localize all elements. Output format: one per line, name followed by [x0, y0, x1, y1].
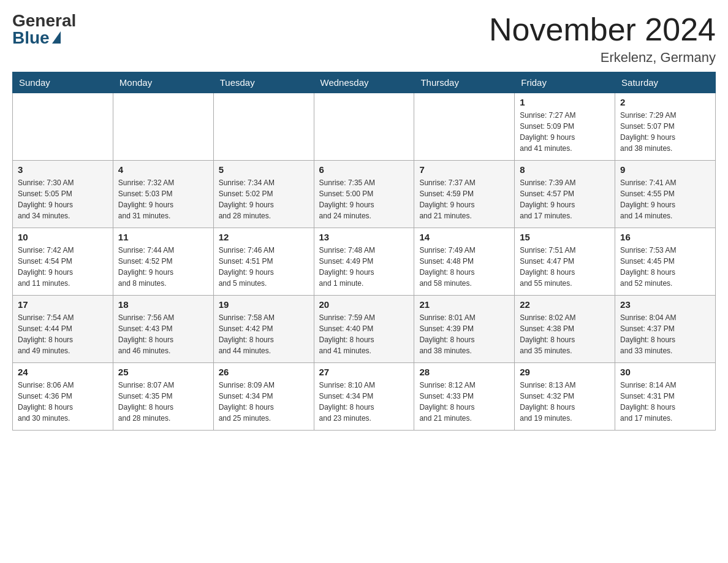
day-info: Sunrise: 7:48 AMSunset: 4:49 PMDaylight:…: [319, 245, 409, 289]
calendar-cell: 28Sunrise: 8:12 AMSunset: 4:33 PMDayligh…: [414, 363, 515, 431]
calendar-cell: 22Sunrise: 8:02 AMSunset: 4:38 PMDayligh…: [515, 296, 615, 363]
day-number: 13: [319, 232, 409, 242]
calendar-header-wednesday: Wednesday: [314, 72, 414, 93]
day-number: 18: [118, 299, 208, 310]
day-info: Sunrise: 7:37 AMSunset: 4:59 PMDaylight:…: [419, 177, 509, 221]
page-header: General Blue November 2024 Erkelenz, Ger…: [12, 12, 716, 66]
day-number: 5: [219, 164, 309, 175]
day-info: Sunrise: 8:04 AMSunset: 4:37 PMDaylight:…: [620, 312, 710, 356]
calendar-cell: 14Sunrise: 7:49 AMSunset: 4:48 PMDayligh…: [414, 228, 515, 296]
calendar-cell: 4Sunrise: 7:32 AMSunset: 5:03 PMDaylight…: [113, 161, 213, 228]
calendar-cell: [113, 93, 213, 161]
day-number: 7: [419, 164, 509, 175]
day-info: Sunrise: 7:49 AMSunset: 4:48 PMDaylight:…: [419, 245, 509, 289]
calendar-header-friday: Friday: [515, 72, 615, 93]
day-number: 16: [620, 232, 710, 242]
calendar-cell: 24Sunrise: 8:06 AMSunset: 4:36 PMDayligh…: [13, 363, 113, 431]
logo-general-text: General: [12, 12, 76, 29]
calendar-header-monday: Monday: [113, 72, 213, 93]
day-number: 15: [520, 232, 610, 242]
day-number: 21: [419, 299, 509, 310]
day-info: Sunrise: 8:14 AMSunset: 4:31 PMDaylight:…: [620, 380, 710, 424]
calendar-cell: 7Sunrise: 7:37 AMSunset: 4:59 PMDaylight…: [414, 161, 515, 228]
day-info: Sunrise: 8:07 AMSunset: 4:35 PMDaylight:…: [118, 380, 208, 424]
day-number: 29: [520, 367, 610, 377]
day-number: 3: [18, 164, 108, 175]
day-info: Sunrise: 7:27 AMSunset: 5:09 PMDaylight:…: [520, 110, 610, 154]
calendar-cell: [213, 93, 314, 161]
day-number: 14: [419, 232, 509, 242]
day-number: 22: [520, 299, 610, 310]
calendar-week-row: 24Sunrise: 8:06 AMSunset: 4:36 PMDayligh…: [13, 363, 716, 431]
day-number: 26: [219, 367, 309, 377]
calendar-cell: 12Sunrise: 7:46 AMSunset: 4:51 PMDayligh…: [213, 228, 314, 296]
day-number: 2: [620, 97, 710, 107]
location-text: Erkelenz, Germany: [489, 50, 716, 66]
logo-blue-text: Blue: [12, 29, 50, 47]
day-number: 11: [118, 232, 208, 242]
calendar-cell: 26Sunrise: 8:09 AMSunset: 4:34 PMDayligh…: [213, 363, 314, 431]
day-info: Sunrise: 7:54 AMSunset: 4:44 PMDaylight:…: [18, 312, 108, 356]
day-info: Sunrise: 7:34 AMSunset: 5:02 PMDaylight:…: [219, 177, 309, 221]
calendar-week-row: 1Sunrise: 7:27 AMSunset: 5:09 PMDaylight…: [13, 93, 716, 161]
calendar-header-sunday: Sunday: [13, 72, 113, 93]
day-number: 28: [419, 367, 509, 377]
day-number: 17: [18, 299, 108, 310]
day-info: Sunrise: 7:39 AMSunset: 4:57 PMDaylight:…: [520, 177, 610, 221]
day-number: 6: [319, 164, 409, 175]
calendar-cell: 15Sunrise: 7:51 AMSunset: 4:47 PMDayligh…: [515, 228, 615, 296]
day-info: Sunrise: 7:32 AMSunset: 5:03 PMDaylight:…: [118, 177, 208, 221]
calendar-cell: 11Sunrise: 7:44 AMSunset: 4:52 PMDayligh…: [113, 228, 213, 296]
calendar-cell: 18Sunrise: 7:56 AMSunset: 4:43 PMDayligh…: [113, 296, 213, 363]
day-number: 27: [319, 367, 409, 377]
day-number: 25: [118, 367, 208, 377]
calendar-week-row: 3Sunrise: 7:30 AMSunset: 5:05 PMDaylight…: [13, 161, 716, 228]
day-info: Sunrise: 7:53 AMSunset: 4:45 PMDaylight:…: [620, 245, 710, 289]
calendar-header-thursday: Thursday: [414, 72, 515, 93]
calendar-cell: 19Sunrise: 7:58 AMSunset: 4:42 PMDayligh…: [213, 296, 314, 363]
day-number: 24: [18, 367, 108, 377]
calendar-header-row: SundayMondayTuesdayWednesdayThursdayFrid…: [13, 72, 716, 93]
title-area: November 2024 Erkelenz, Germany: [489, 12, 716, 66]
month-title: November 2024: [489, 12, 716, 47]
calendar-cell: 25Sunrise: 8:07 AMSunset: 4:35 PMDayligh…: [113, 363, 213, 431]
day-info: Sunrise: 8:10 AMSunset: 4:34 PMDaylight:…: [319, 380, 409, 424]
calendar-cell: [13, 93, 113, 161]
calendar-cell: 27Sunrise: 8:10 AMSunset: 4:34 PMDayligh…: [314, 363, 414, 431]
day-number: 23: [620, 299, 710, 310]
calendar-cell: 1Sunrise: 7:27 AMSunset: 5:09 PMDaylight…: [515, 93, 615, 161]
calendar-cell: 8Sunrise: 7:39 AMSunset: 4:57 PMDaylight…: [515, 161, 615, 228]
calendar-cell: 9Sunrise: 7:41 AMSunset: 4:55 PMDaylight…: [615, 161, 716, 228]
day-info: Sunrise: 8:13 AMSunset: 4:32 PMDaylight:…: [520, 380, 610, 424]
calendar-cell: 20Sunrise: 7:59 AMSunset: 4:40 PMDayligh…: [314, 296, 414, 363]
calendar-cell: 3Sunrise: 7:30 AMSunset: 5:05 PMDaylight…: [13, 161, 113, 228]
day-info: Sunrise: 8:12 AMSunset: 4:33 PMDaylight:…: [419, 380, 509, 424]
day-info: Sunrise: 8:01 AMSunset: 4:39 PMDaylight:…: [419, 312, 509, 356]
calendar-cell: 2Sunrise: 7:29 AMSunset: 5:07 PMDaylight…: [615, 93, 716, 161]
day-number: 12: [219, 232, 309, 242]
calendar-cell: 30Sunrise: 8:14 AMSunset: 4:31 PMDayligh…: [615, 363, 716, 431]
day-info: Sunrise: 7:51 AMSunset: 4:47 PMDaylight:…: [520, 245, 610, 289]
calendar-cell: 21Sunrise: 8:01 AMSunset: 4:39 PMDayligh…: [414, 296, 515, 363]
calendar-cell: 17Sunrise: 7:54 AMSunset: 4:44 PMDayligh…: [13, 296, 113, 363]
day-number: 30: [620, 367, 710, 377]
day-info: Sunrise: 8:06 AMSunset: 4:36 PMDaylight:…: [18, 380, 108, 424]
day-info: Sunrise: 7:59 AMSunset: 4:40 PMDaylight:…: [319, 312, 409, 356]
calendar-cell: [414, 93, 515, 161]
calendar-header-saturday: Saturday: [615, 72, 716, 93]
calendar-cell: [314, 93, 414, 161]
day-info: Sunrise: 7:44 AMSunset: 4:52 PMDaylight:…: [118, 245, 208, 289]
logo-triangle-icon: [52, 31, 61, 44]
day-number: 10: [18, 232, 108, 242]
calendar-cell: 29Sunrise: 8:13 AMSunset: 4:32 PMDayligh…: [515, 363, 615, 431]
calendar-header-tuesday: Tuesday: [213, 72, 314, 93]
day-info: Sunrise: 7:30 AMSunset: 5:05 PMDaylight:…: [18, 177, 108, 221]
day-info: Sunrise: 7:35 AMSunset: 5:00 PMDaylight:…: [319, 177, 409, 221]
day-number: 19: [219, 299, 309, 310]
calendar-cell: 16Sunrise: 7:53 AMSunset: 4:45 PMDayligh…: [615, 228, 716, 296]
day-number: 1: [520, 97, 610, 107]
day-info: Sunrise: 7:46 AMSunset: 4:51 PMDaylight:…: [219, 245, 309, 289]
calendar-cell: 23Sunrise: 8:04 AMSunset: 4:37 PMDayligh…: [615, 296, 716, 363]
calendar-cell: 10Sunrise: 7:42 AMSunset: 4:54 PMDayligh…: [13, 228, 113, 296]
logo: General Blue: [12, 12, 76, 47]
